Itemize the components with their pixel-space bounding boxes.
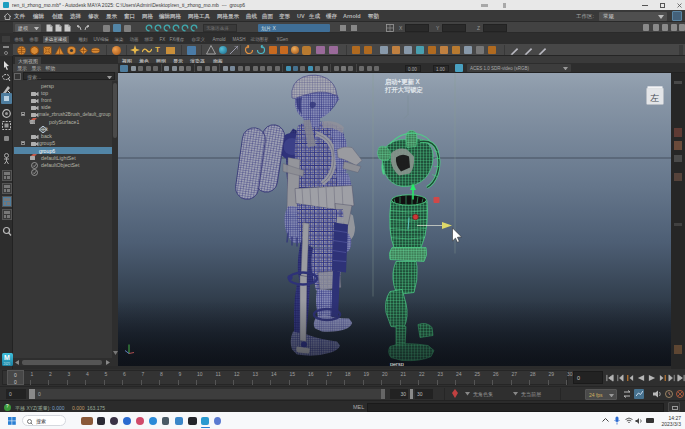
svg-text:左: 左 — [650, 92, 659, 102]
svg-text:启动+更新 X: 启动+更新 X — [384, 77, 421, 85]
svg-text:打开大写锁定: 打开大写锁定 — [384, 86, 423, 94]
